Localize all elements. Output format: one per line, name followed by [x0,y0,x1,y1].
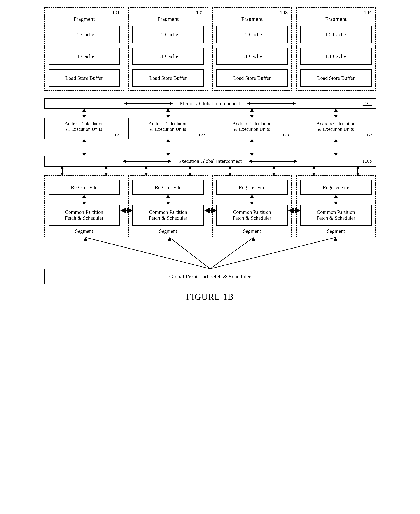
addr-line1: Address Calculation [298,121,374,126]
v-arrow-icon [84,195,84,205]
svg-marker-9 [252,238,255,241]
common-partition-scheduler-box: Common Partition Fetch & Scheduler [216,205,288,226]
addr-line2: & Execution Units [214,126,290,132]
fragment-103: 103 Fragment L2 Cache L1 Cache Load Stor… [212,8,292,91]
exec-interconnect-ref: 110b [362,158,372,164]
v-arrow-icon [168,195,168,205]
architecture-diagram: 101 Fragment L2 Cache L1 Cache Load Stor… [44,8,376,302]
v-arrow-icon [252,139,252,156]
h-arrow-icon [248,103,295,104]
addr-ref: 124 [366,133,373,138]
register-file-box: Register File [300,180,372,195]
register-file-box: Register File [216,180,288,195]
svg-marker-8 [168,238,171,241]
l1-cache-box: L1 Cache [132,48,204,65]
common-partition-scheduler-box: Common Partition Fetch & Scheduler [49,205,120,226]
memory-global-interconnect: Memory Global Interconnect 110a [44,98,376,109]
v-arrow-icon [106,167,106,175]
v-arrow-icon [336,139,336,156]
figure-label: FIGURE 1B [44,292,376,302]
exec-interconnect-label: Execution Global Interconnect [178,158,242,164]
segments-row: Register File Common Partition Fetch & S… [44,175,376,238]
segment-label: Segment [216,228,288,234]
fragment-101: 101 Fragment L2 Cache L1 Cache Load Stor… [44,8,124,91]
h-arrow-icon [249,161,297,161]
v-arrow-icon [190,167,190,175]
addr-line2: & Execution Units [298,126,374,132]
load-store-buffer-box: Load Store Buffer [49,69,120,87]
v-arrow-icon [62,167,62,175]
svg-line-4 [170,238,210,269]
v-arrow-icon [230,167,230,175]
svg-line-6 [210,238,336,269]
v-arrow-icon [336,109,336,118]
v-arrow-icon [314,167,314,175]
segment-label: Segment [300,228,372,234]
l2-cache-box: L2 Cache [300,26,372,43]
load-store-buffer-box: Load Store Buffer [300,69,372,87]
fragment-ref: 104 [364,10,372,15]
arrow-row-mem-addr [44,109,376,118]
addr-unit-121: Address Calculation & Execution Units 12… [44,118,124,139]
fragment-102: 102 Fragment L2 Cache L1 Cache Load Stor… [128,8,208,91]
global-front-end-box: Global Front End Fetch & Scheduler [44,269,376,284]
addr-ref: 122 [198,133,205,138]
addr-units-row: Address Calculation & Execution Units 12… [44,118,376,139]
l2-cache-box: L2 Cache [132,26,204,43]
addr-unit-122: Address Calculation & Execution Units 12… [128,118,208,139]
l1-cache-box: L1 Cache [49,48,120,65]
fragment-ref: 101 [112,10,120,15]
common-partition-scheduler-box: Common Partition Fetch & Scheduler [132,205,204,226]
v-arrow-icon [168,139,168,156]
v-arrow-icon [168,109,168,118]
addr-ref: 121 [114,133,121,138]
v-arrow-icon [252,195,252,205]
fragment-ref: 102 [196,10,204,15]
fragment-title: Fragment [300,16,372,22]
h-arrow-icon [125,103,172,104]
l1-cache-box: L1 Cache [216,48,288,65]
svg-line-5 [210,238,254,269]
addr-line1: Address Calculation [130,121,206,126]
l2-cache-box: L2 Cache [216,26,288,43]
arrow-row-exec-seg [44,167,376,175]
v-arrow-icon [252,109,252,118]
addr-line2: & Execution Units [46,126,122,132]
addr-unit-124: Address Calculation & Execution Units 12… [296,118,376,139]
memory-interconnect-ref: 110a [363,101,372,106]
v-arrow-icon [274,167,274,175]
fragments-row: 101 Fragment L2 Cache L1 Cache Load Stor… [44,8,376,91]
load-store-buffer-box: Load Store Buffer [216,69,288,87]
arrow-row-addr-exec [44,139,376,156]
fragment-title: Fragment [216,16,288,22]
execution-global-interconnect: Execution Global Interconnect 110b [44,156,376,167]
segment-4: Register File Common Partition Fetch & S… [296,175,376,238]
v-arrow-icon [358,167,358,175]
common-partition-scheduler-box: Common Partition Fetch & Scheduler [300,205,372,226]
fan-in-connectors [44,238,376,269]
fragment-title: Fragment [49,16,120,22]
v-arrow-icon [146,167,146,175]
addr-line2: & Execution Units [130,126,206,132]
v-arrow-icon [84,139,84,156]
h-arrow-icon [123,161,171,161]
fragment-title: Fragment [132,16,204,22]
segment-label: Segment [49,228,120,234]
register-file-box: Register File [132,180,204,195]
addr-line1: Address Calculation [214,121,290,126]
segment-1: Register File Common Partition Fetch & S… [44,175,124,238]
register-file-box: Register File [49,180,120,195]
v-arrow-icon [336,195,336,205]
segment-2: Register File Common Partition Fetch & S… [128,175,208,238]
v-arrow-icon [84,109,84,118]
fragment-104: 104 Fragment L2 Cache L1 Cache Load Stor… [296,8,376,91]
svg-line-3 [86,238,210,269]
l1-cache-box: L1 Cache [300,48,372,65]
addr-ref: 123 [282,133,289,138]
fragment-ref: 103 [280,10,288,15]
memory-interconnect-label: Memory Global Interconnect [180,101,240,107]
segment-3: Register File Common Partition Fetch & S… [212,175,292,238]
load-store-buffer-box: Load Store Buffer [132,69,204,87]
addr-unit-123: Address Calculation & Execution Units 12… [212,118,292,139]
addr-line1: Address Calculation [46,121,122,126]
